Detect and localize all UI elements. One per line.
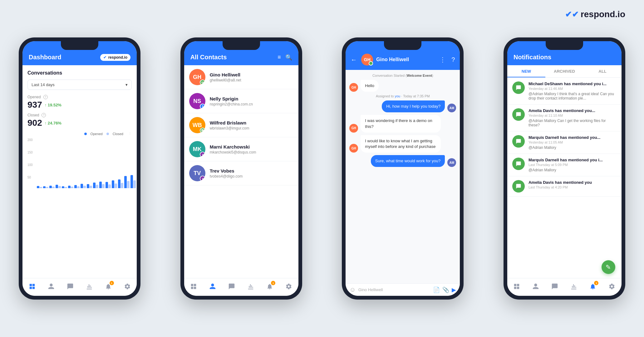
notif-time: Yesterday at 11:05 AM <box>528 140 617 144</box>
notifications-title: Notifications <box>514 54 551 61</box>
nav-c-notifications[interactable]: 1 <box>265 282 274 291</box>
date-range-dropdown[interactable]: Last 14 days ▾ <box>27 80 132 90</box>
message-row-received: GHI would like to know what I am getting… <box>349 135 456 153</box>
fab-compose[interactable]: ✎ <box>602 260 615 274</box>
chat-more-icon[interactable]: ⋮ <box>440 56 446 63</box>
nav-contacts-icon[interactable] <box>47 282 56 291</box>
contact-avatar: WB 微 <box>189 117 205 133</box>
bar-closed <box>83 186 86 188</box>
bar-closed <box>127 181 130 188</box>
bar-closed <box>71 187 73 188</box>
nav-c-settings[interactable] <box>284 282 293 291</box>
bar-opened <box>43 186 46 188</box>
back-icon[interactable]: ← <box>351 56 357 63</box>
notif-icon <box>512 81 525 94</box>
contact-item[interactable]: NS f Nelly Sprigin nspringin2@china.com.… <box>184 89 298 113</box>
legend-opened-dot <box>84 133 87 135</box>
search-icon[interactable]: 🔍 <box>285 54 292 61</box>
tab-all[interactable]: ALL <box>583 65 622 77</box>
nav-c-notif-badge: 1 <box>271 281 275 285</box>
bar-closed <box>102 184 105 188</box>
nav-dashboard-icon[interactable] <box>28 282 37 291</box>
emoji-icon[interactable]: ☺ <box>349 286 356 293</box>
sender-avatar: AM <box>447 104 456 112</box>
notif-desc: @Adrian Mallory <box>528 168 617 172</box>
send-icon[interactable]: ▶ <box>452 286 456 293</box>
contacts-header-actions: ≡ 🔍 <box>278 54 292 61</box>
message-avatar: GH <box>349 83 358 92</box>
contact-avatar: NS f <box>189 93 205 109</box>
notification-item[interactable]: Amelia Davis has mentioned you... Yester… <box>507 105 622 131</box>
nav-c-contacts[interactable] <box>208 282 217 291</box>
bar-opened <box>118 179 120 188</box>
message-bubble: Hello <box>361 80 379 92</box>
opened-value: 937 <box>27 100 42 110</box>
legend-closed-label: Closed <box>113 132 123 136</box>
chat-help-icon[interactable]: ? <box>451 56 455 63</box>
notification-item[interactable]: Marquis Darnell has mentioned you... Yes… <box>507 131 622 154</box>
bar-opened <box>99 182 102 188</box>
nav-n-contacts[interactable] <box>531 282 540 291</box>
contact-item[interactable]: GH W Gino Helliwell ghelliwell0@a8.net <box>184 65 298 89</box>
closed-label: Closed <box>27 113 39 117</box>
chart-more-icon[interactable]: ⋮ <box>128 132 132 136</box>
bar-opened <box>37 186 39 188</box>
bar-closed <box>46 187 48 188</box>
nav-n-notifications[interactable]: 1 <box>588 282 597 291</box>
bar-closed <box>90 186 92 188</box>
nav-n-dashboard[interactable] <box>512 282 521 291</box>
contact-email: tvobes4@diigo.com <box>210 174 293 178</box>
nav-chat-icon[interactable] <box>66 282 75 291</box>
contact-item[interactable]: TV V Trev Vobes tvobes4@diigo.com <box>184 161 298 185</box>
message-bubble-sent: Hi, how may I help you today? <box>382 100 445 112</box>
tab-new[interactable]: NEW <box>507 65 545 77</box>
filter-icon[interactable]: ≡ <box>278 54 281 61</box>
notif-icon <box>512 180 525 193</box>
nav-c-dashboard[interactable] <box>189 282 198 291</box>
message-row-sent: Sure, what time would work for you?AM <box>349 155 456 167</box>
legend-closed-dot <box>106 133 109 135</box>
notification-item[interactable]: Michael DeShawn has mentioned you i... Y… <box>507 78 622 105</box>
contact-info: Nelly Sprigin nspringin2@china.com.cn <box>210 96 293 106</box>
nav-notifications-icon[interactable]: 1 <box>104 282 113 291</box>
notif-content: Amelia Davis has mentioned you... Yester… <box>528 108 617 127</box>
chat-channel-badge <box>369 61 373 66</box>
notifications-tabs: NEW ARCHIVED ALL <box>507 65 622 78</box>
attach-icon[interactable]: 📄 <box>433 286 440 293</box>
notif-title: Marquis Darnell has mentioned you i... <box>528 158 617 162</box>
chat-input-field[interactable]: Gino Helliwell <box>358 287 431 292</box>
bar-closed <box>58 186 61 188</box>
chart-bar-group <box>93 183 98 188</box>
chart-bar-group <box>56 185 61 188</box>
opened-metric: Opened ? 937 ↑ 19.52% <box>27 95 132 110</box>
assigned-note: Assigned to you · Today at 7:35 PM <box>349 94 456 98</box>
notif-time: Yesterday at 11:46 AM <box>528 87 617 90</box>
contact-info: Wilfred Brislawn wbrislawn3@imgur.com <box>210 120 293 130</box>
nav-analytics-icon[interactable] <box>85 282 94 291</box>
message-row-received: GHHello <box>349 80 456 92</box>
contact-item[interactable]: MK V Marni Karchowski mkarchowski5@disqu… <box>184 137 298 161</box>
notification-item[interactable]: Amelia Davis has mentioned you Last Thur… <box>507 176 622 197</box>
bar-opened <box>49 186 52 188</box>
legend-opened-label: Opened <box>91 132 103 136</box>
nav-n-chat[interactable] <box>550 282 559 291</box>
badge-check: ✔ <box>103 55 106 60</box>
tab-archived[interactable]: ARCHIVED <box>545 65 583 77</box>
nav-c-chat[interactable] <box>227 282 236 291</box>
respond-badge[interactable]: ✔ respond.io <box>100 54 130 61</box>
dashboard-bottom-nav: 1 <box>22 278 137 296</box>
channel-badge: V <box>200 152 205 157</box>
closed-info-icon: ? <box>42 113 46 117</box>
nav-settings-icon[interactable] <box>123 282 132 291</box>
contact-item[interactable]: WB 微 Wilfred Brislawn wbrislawn3@imgur.c… <box>184 113 298 137</box>
bar-opened <box>68 186 71 188</box>
nav-c-analytics[interactable] <box>246 282 255 291</box>
nav-n-analytics[interactable] <box>569 282 578 291</box>
notification-item[interactable]: Marquis Darnell has mentioned you i... L… <box>507 154 622 176</box>
notif-icon <box>512 135 525 148</box>
bar-opened <box>93 183 96 188</box>
paperclip-icon[interactable]: 📎 <box>442 286 449 293</box>
phone-notifications: Notifications NEW ARCHIVED ALL Michael D… <box>504 37 625 300</box>
notif-title: Michael DeShawn has mentioned you i... <box>528 81 617 86</box>
nav-n-settings[interactable] <box>607 282 616 291</box>
